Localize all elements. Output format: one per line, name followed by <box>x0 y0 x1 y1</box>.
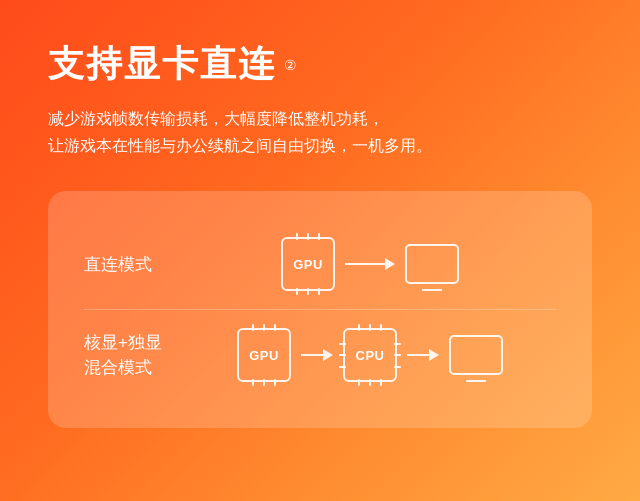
pin <box>318 233 320 240</box>
gpu-chip-box2: GPU <box>237 328 291 382</box>
gpu-chip-direct: GPU <box>281 237 335 291</box>
pin <box>252 379 254 386</box>
pin <box>380 324 382 331</box>
cpu-pins-left <box>339 330 346 380</box>
hybrid-mode-label: 核显+独显 混合模式 <box>84 330 184 381</box>
pin <box>307 288 309 295</box>
modes-card: 直连模式 GPU <box>48 191 592 428</box>
title-text: 支持显卡直连 <box>48 40 276 89</box>
screen-direct <box>405 244 459 284</box>
pin <box>263 379 265 386</box>
pin <box>380 379 382 386</box>
pin <box>252 324 254 331</box>
arrow-head <box>323 349 333 361</box>
cpu-chip: CPU <box>343 328 397 382</box>
pin <box>369 379 371 386</box>
pin <box>296 233 298 240</box>
background: 支持显卡直连② 减少游戏帧数传输损耗，大幅度降低整机功耗， 让游戏本在性能与办公… <box>0 0 640 501</box>
pin <box>274 379 276 386</box>
direct-mode-diagram: GPU <box>184 237 556 291</box>
hybrid-mode-diagram: GPU <box>184 328 556 382</box>
arrow-head <box>385 258 395 270</box>
cpu-pins-right <box>394 330 401 380</box>
cpu-pins-top <box>345 324 395 331</box>
pin <box>394 343 401 345</box>
arrow-head <box>429 349 439 361</box>
arrow-line <box>301 354 323 356</box>
gpu-chip-box: GPU <box>281 237 335 291</box>
pins-top <box>283 233 333 240</box>
screen-icon <box>405 244 459 284</box>
pin <box>296 288 298 295</box>
direct-mode-row: 直连模式 GPU <box>84 219 556 309</box>
subtitle-line2: 让游戏本在性能与办公续航之间自由切换，一机多用。 <box>48 137 432 154</box>
arrow-hybrid-1 <box>301 349 333 361</box>
cpu-chip-box: CPU <box>343 328 397 382</box>
pin <box>358 324 360 331</box>
gpu-chip-hybrid: GPU <box>237 328 291 382</box>
pin <box>394 354 401 356</box>
title-sup: ② <box>284 57 299 73</box>
gpu-label2: GPU <box>249 348 279 363</box>
pins-bottom2 <box>239 379 289 386</box>
hybrid-label-line2: 混合模式 <box>84 358 152 377</box>
pins-top2 <box>239 324 289 331</box>
cpu-label: CPU <box>356 348 385 363</box>
subtitle-line1: 减少游戏帧数传输损耗，大幅度降低整机功耗， <box>48 110 384 127</box>
pin <box>394 366 401 368</box>
arrow-line <box>407 354 429 356</box>
pin <box>339 366 346 368</box>
hybrid-label-line1: 核显+独显 <box>84 333 162 352</box>
pin <box>318 288 320 295</box>
subtitle: 减少游戏帧数传输损耗，大幅度降低整机功耗， 让游戏本在性能与办公续航之间自由切换… <box>48 105 592 159</box>
cpu-pins-bottom <box>345 379 395 386</box>
direct-mode-label: 直连模式 <box>84 252 184 278</box>
page-title: 支持显卡直连② <box>48 40 592 89</box>
screen-icon2 <box>449 335 503 375</box>
pin <box>274 324 276 331</box>
gpu-label: GPU <box>293 257 323 272</box>
screen-hybrid <box>449 335 503 375</box>
arrow-direct <box>345 258 395 270</box>
pin <box>369 324 371 331</box>
pin <box>339 343 346 345</box>
arrow-line <box>345 263 385 265</box>
pins-bottom <box>283 288 333 295</box>
pin <box>307 233 309 240</box>
pin <box>358 379 360 386</box>
pin <box>263 324 265 331</box>
pin <box>339 354 346 356</box>
arrow-hybrid-2 <box>407 349 439 361</box>
hybrid-mode-row: 核显+独显 混合模式 <box>84 309 556 400</box>
